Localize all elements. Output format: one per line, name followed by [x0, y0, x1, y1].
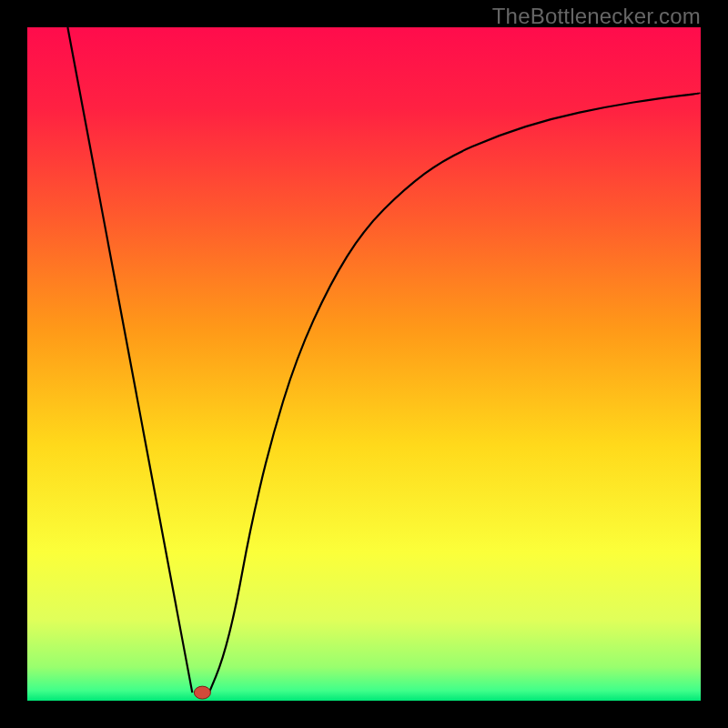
chart-frame: [27, 27, 701, 701]
chart-background: [27, 27, 701, 701]
optimum-marker: [194, 686, 210, 699]
bottleneck-chart: [27, 27, 701, 701]
watermark-text: TheBottlenecker.com: [492, 4, 701, 29]
